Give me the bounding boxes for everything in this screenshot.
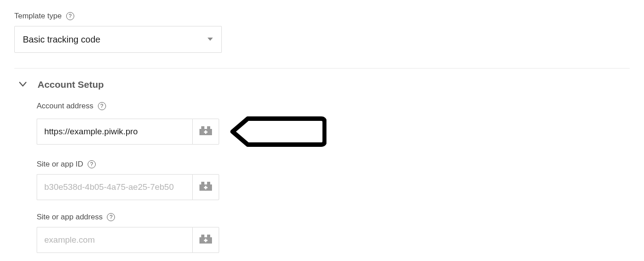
insert-variable-button[interactable]: [192, 119, 219, 145]
svg-rect-11: [201, 235, 204, 238]
svg-rect-14: [204, 240, 208, 241]
chevron-down-icon: [207, 35, 213, 43]
site-id-label: Site or app ID: [37, 160, 83, 169]
brick-plus-icon: [199, 182, 212, 193]
svg-rect-2: [207, 126, 210, 129]
help-icon[interactable]: ?: [107, 213, 115, 221]
template-type-select[interactable]: Basic tracking code: [14, 26, 222, 53]
brick-plus-icon: [199, 235, 212, 245]
account-address-input[interactable]: [37, 119, 192, 145]
svg-rect-1: [201, 126, 204, 129]
svg-rect-7: [207, 182, 210, 185]
svg-rect-9: [204, 187, 208, 188]
callout-arrow-icon: [229, 116, 326, 147]
svg-rect-12: [207, 235, 210, 238]
chevron-down-icon: [19, 81, 27, 89]
section-toggle-account-setup[interactable]: Account Setup: [14, 79, 630, 90]
svg-rect-6: [201, 182, 204, 185]
help-icon[interactable]: ?: [98, 102, 106, 110]
insert-variable-button[interactable]: [192, 227, 219, 253]
help-icon[interactable]: ?: [88, 160, 96, 168]
site-address-label: Site or app address: [37, 213, 102, 222]
divider: [14, 68, 630, 68]
brick-plus-icon: [199, 126, 212, 137]
insert-variable-button[interactable]: [192, 174, 219, 200]
template-type-label: Template type: [14, 12, 62, 21]
help-icon[interactable]: ?: [66, 12, 74, 20]
account-address-label: Account address: [37, 102, 93, 111]
svg-rect-4: [204, 132, 208, 133]
site-id-input[interactable]: [37, 174, 192, 200]
section-title: Account Setup: [38, 79, 104, 90]
template-type-value: Basic tracking code: [23, 34, 100, 45]
site-address-input[interactable]: [37, 227, 192, 253]
